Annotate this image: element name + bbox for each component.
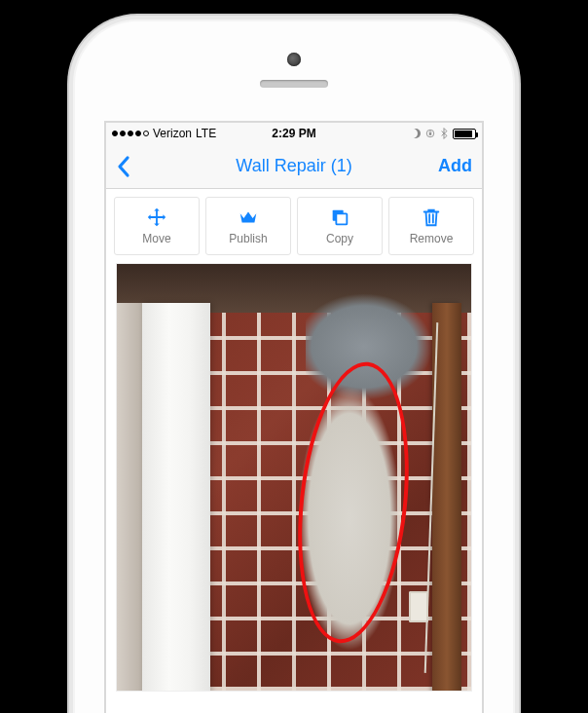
navigation-bar: Wall Repair (1) Add <box>106 144 482 189</box>
wall-repair-photo[interactable] <box>116 263 472 692</box>
device-camera <box>287 53 301 66</box>
crown-icon <box>238 206 259 228</box>
carrier-label: Verizon <box>153 127 192 140</box>
move-button[interactable]: Move <box>114 197 200 255</box>
svg-rect-3 <box>336 213 347 224</box>
publish-button[interactable]: Publish <box>205 197 291 255</box>
do-not-disturb-icon <box>411 129 421 138</box>
trash-icon <box>421 206 442 228</box>
svg-rect-1 <box>429 132 432 135</box>
move-icon <box>146 206 167 228</box>
network-label: LTE <box>196 127 216 140</box>
remove-button[interactable]: Remove <box>388 197 474 255</box>
action-toolbar: Move Publish Copy <box>106 189 482 263</box>
chevron-left-icon <box>116 155 131 178</box>
photo-container <box>106 263 482 701</box>
move-label: Move <box>142 232 170 245</box>
publish-label: Publish <box>229 232 267 245</box>
back-button[interactable] <box>116 155 131 178</box>
bluetooth-icon <box>440 128 448 139</box>
copy-button[interactable]: Copy <box>297 197 383 255</box>
device-speaker <box>260 80 328 88</box>
app-screen: Verizon LTE 2:29 PM <box>104 121 484 713</box>
page-title: Wall Repair (1) <box>106 156 482 176</box>
signal-strength <box>112 131 149 136</box>
copy-label: Copy <box>326 232 353 245</box>
status-left: Verizon LTE <box>112 127 216 140</box>
iphone-device-frame: Verizon LTE 2:29 PM <box>75 21 513 713</box>
add-button[interactable]: Add <box>438 156 472 176</box>
status-right <box>411 128 476 139</box>
remove-label: Remove <box>410 232 454 245</box>
battery-icon <box>453 129 476 139</box>
status-bar: Verizon LTE 2:29 PM <box>106 123 482 144</box>
orientation-lock-icon <box>425 129 435 138</box>
copy-icon <box>329 206 350 228</box>
